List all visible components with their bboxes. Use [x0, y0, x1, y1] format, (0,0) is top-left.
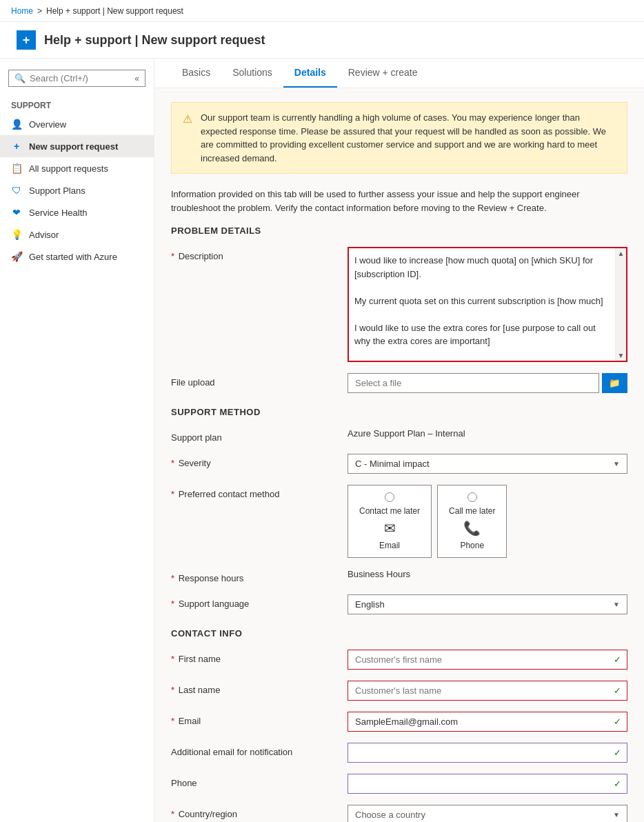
tab-details[interactable]: Details [283, 59, 337, 88]
email-row: * Email ✓ [171, 712, 627, 732]
sidebar-item-get-started[interactable]: 🚀 Get started with Azure [0, 245, 154, 268]
additional-email-input-wrapper: ✓ [348, 743, 627, 763]
response-hours-control: Business Hours [348, 569, 627, 579]
content-area: ⚠ Our support team is currently handling… [154, 88, 644, 822]
sidebar-item-service-health[interactable]: ❤ Service Health [0, 201, 154, 223]
support-language-control: English ▼ [348, 594, 627, 614]
search-input[interactable] [30, 73, 112, 83]
language-chevron-icon: ▼ [613, 601, 620, 608]
sidebar-item-new-support[interactable]: + New support request [0, 135, 154, 157]
email-required: * [171, 716, 174, 726]
severity-chevron-icon: ▼ [613, 460, 620, 468]
new-support-icon: + [11, 141, 22, 152]
tab-solutions[interactable]: Solutions [221, 59, 283, 88]
phone-label: Phone [171, 774, 336, 788]
additional-email-control: ✓ [348, 743, 627, 763]
last-name-input[interactable] [348, 681, 614, 700]
tab-review-create[interactable]: Review + create [337, 59, 429, 88]
breadcrumb-separator: > [37, 6, 42, 16]
description-textarea[interactable]: I woud like to increase [how much quota]… [349, 248, 626, 359]
last-name-check-icon: ✓ [614, 685, 627, 696]
contact-info-header: CONTACT INFO [171, 628, 627, 639]
service-health-icon: ❤ [11, 207, 22, 218]
sidebar-item-overview[interactable]: 👤 Overview [0, 113, 154, 135]
required-asterisk: * [171, 251, 174, 261]
file-input[interactable] [348, 373, 599, 393]
sidebar-item-all-support[interactable]: 📋 All support requests [0, 157, 154, 179]
contact-option-phone[interactable]: Call me later 📞 Phone [437, 485, 507, 558]
breadcrumb: Home > Help + support | New support requ… [11, 6, 183, 16]
scrollbar[interactable]: ▲ ▼ [615, 248, 626, 361]
breadcrumb-home[interactable]: Home [11, 6, 33, 16]
severity-dropdown[interactable]: C - Minimal impact ▼ [348, 454, 627, 474]
sidebar-item-support-plans[interactable]: 🛡 Support Plans [0, 179, 154, 201]
search-icon: 🔍 [14, 73, 26, 83]
country-label: * Country/region [171, 805, 336, 819]
support-language-dropdown[interactable]: English ▼ [348, 594, 627, 614]
support-plan-row: Support plan Azure Support Plan – Intern… [171, 428, 627, 443]
sidebar-item-label-all-support: All support requests [29, 163, 108, 174]
last-name-control: ✓ [348, 681, 627, 701]
additional-email-check-icon: ✓ [614, 748, 627, 758]
tab-basics[interactable]: Basics [171, 59, 221, 88]
description-label: * Description [171, 247, 336, 261]
sidebar-item-advisor[interactable]: 💡 Advisor [0, 223, 154, 245]
first-name-input[interactable] [348, 650, 614, 669]
first-name-input-wrapper: ✓ [348, 650, 627, 670]
phone-radio[interactable] [467, 492, 477, 502]
info-text: Information provided on this tab will be… [171, 188, 627, 214]
first-name-check-icon: ✓ [614, 654, 627, 665]
country-dropdown[interactable]: Choose a country ▼ [348, 805, 627, 822]
contact-method-row: * Preferred contact method Contact me la… [171, 485, 627, 558]
last-name-row: * Last name ✓ [171, 681, 627, 701]
email-icon: ✉ [384, 520, 396, 537]
first-name-row: * First name ✓ [171, 650, 627, 670]
collapse-button[interactable]: « [134, 74, 139, 83]
all-support-icon: 📋 [11, 163, 22, 174]
country-placeholder: Choose a country [355, 810, 613, 820]
contact-email-label: Contact me later [359, 506, 420, 516]
page-title: Help + support | New support request [44, 33, 265, 48]
contact-method-label: * Preferred contact method [171, 485, 336, 499]
alert-box: ⚠ Our support team is currently handling… [171, 102, 627, 174]
email-input-wrapper: ✓ [348, 712, 627, 732]
phone-input[interactable] [348, 774, 614, 793]
description-row: * Description I woud like to increase [h… [171, 247, 627, 362]
phone-check-icon: ✓ [614, 779, 627, 789]
sidebar-item-label-support-plans: Support Plans [29, 186, 85, 196]
sidebar-item-label-overview: Overview [29, 119, 66, 130]
file-upload-row: File upload 📁 [171, 373, 627, 393]
additional-email-input[interactable] [348, 743, 614, 762]
contact-method-control: Contact me later ✉ Email Call me later 📞… [348, 485, 627, 558]
file-browse-button[interactable]: 📁 [602, 373, 627, 393]
sidebar-item-label-get-started: Get started with Azure [29, 252, 117, 262]
page-header: + Help + support | New support request [0, 22, 644, 59]
description-control: I woud like to increase [how much quota]… [348, 247, 627, 362]
sidebar-item-label-new-support: New support request [29, 141, 118, 152]
scroll-up[interactable]: ▲ [616, 248, 626, 259]
country-row: * Country/region Choose a country ▼ [171, 805, 627, 822]
scroll-down[interactable]: ▼ [616, 350, 626, 361]
lastname-required: * [171, 685, 174, 695]
support-plan-label: Support plan [171, 428, 336, 443]
response-hours-row: * Response hours Business Hours [171, 569, 627, 583]
breadcrumb-current: Help + support | New support request [46, 6, 183, 16]
email-input[interactable] [348, 712, 614, 731]
severity-label: * Severity [171, 454, 336, 468]
last-name-input-wrapper: ✓ [348, 681, 627, 701]
severity-row: * Severity C - Minimal impact ▼ [171, 454, 627, 474]
response-required: * [171, 573, 174, 583]
contact-option-email[interactable]: Contact me later ✉ Email [348, 485, 432, 558]
additional-email-row: Additional email for notification ✓ [171, 743, 627, 763]
support-method-header: SUPPORT METHOD [171, 407, 627, 417]
phone-control: ✓ [348, 774, 627, 794]
main-content: Basics Solutions Details Review + create… [154, 59, 644, 822]
file-upload-control: 📁 [348, 373, 627, 393]
country-chevron-icon: ▼ [613, 811, 620, 819]
email-radio[interactable] [385, 492, 394, 502]
sidebar-section-support: Support [0, 92, 154, 113]
folder-icon: 📁 [609, 378, 621, 388]
advisor-icon: 💡 [11, 229, 22, 240]
search-box[interactable]: 🔍 « [8, 70, 145, 87]
tabs-bar: Basics Solutions Details Review + create [154, 59, 644, 88]
